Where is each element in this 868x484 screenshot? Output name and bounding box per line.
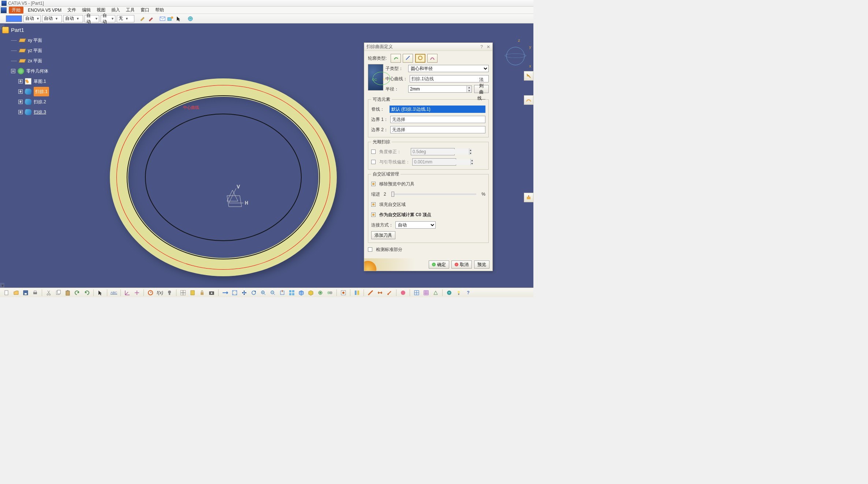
combo-6[interactable]: 无▼: [117, 15, 134, 22]
expand-icon[interactable]: +: [18, 89, 23, 94]
abc-icon[interactable]: ABC: [110, 289, 118, 296]
combo-2[interactable]: 自动▼: [42, 15, 62, 22]
color-swatch[interactable]: [6, 15, 22, 22]
swap-icon[interactable]: [326, 289, 334, 296]
light-icon[interactable]: [455, 289, 462, 296]
preview-button[interactable]: 预览: [474, 261, 489, 269]
setback-slider[interactable]: [391, 193, 477, 195]
tree-plane-yz[interactable]: yz 平面: [11, 45, 49, 56]
fly-icon[interactable]: [221, 289, 229, 296]
subtype-combo[interactable]: 圆心和半径: [408, 65, 489, 72]
update-icon[interactable]: [147, 289, 154, 296]
knowledge-icon[interactable]: [166, 289, 173, 296]
law-button[interactable]: 法则曲线...: [474, 85, 489, 93]
combo-1[interactable]: 自动▼: [23, 15, 41, 22]
save-icon[interactable]: [22, 289, 29, 296]
menu-start[interactable]: 开始: [9, 7, 23, 14]
spine-input[interactable]: 默认 (扫掠.1\边线.1): [390, 106, 485, 113]
undo-icon[interactable]: [74, 289, 81, 296]
measure-icon[interactable]: [367, 289, 374, 296]
rotate-icon[interactable]: [250, 289, 257, 296]
fx-icon[interactable]: f(x): [156, 289, 164, 296]
menu-help[interactable]: 帮助: [152, 6, 167, 14]
tree-sweep-3[interactable]: + 扫掠.3: [18, 107, 49, 117]
tree-sweep-1[interactable]: + 扫掠.1: [18, 86, 49, 97]
zoom-out-icon[interactable]: [269, 289, 276, 296]
expand-icon[interactable]: +: [18, 79, 23, 84]
right-tool-2[interactable]: [524, 95, 533, 105]
catalog-icon[interactable]: [189, 289, 196, 296]
tree-sweep-2[interactable]: + 扫掠.2: [18, 97, 49, 107]
profile-explicit-button[interactable]: [391, 54, 401, 63]
guide-deviation-checkbox[interactable]: [371, 160, 376, 164]
axis2-icon[interactable]: [133, 289, 141, 296]
dialog-titlebar[interactable]: 扫掠曲面定义 ? ✕: [364, 43, 492, 51]
tree-plane-zx[interactable]: zx 平面: [11, 56, 49, 66]
ok-button[interactable]: 确定: [429, 261, 449, 269]
measure2-icon[interactable]: [376, 289, 384, 296]
envelope-icon[interactable]: [159, 15, 166, 22]
boundary2-input[interactable]: 无选择: [390, 126, 485, 133]
pointer-icon[interactable]: [97, 289, 104, 296]
fill-twisted-checkbox[interactable]: [371, 202, 376, 207]
c0-vertices-checkbox[interactable]: [371, 213, 376, 217]
grid-icon[interactable]: [179, 289, 187, 296]
render-icon[interactable]: [446, 289, 453, 296]
profile-line-button[interactable]: [403, 54, 413, 63]
globe-icon[interactable]: [187, 15, 194, 22]
collapse-icon[interactable]: −: [11, 69, 15, 73]
profile-circle-button[interactable]: [415, 54, 425, 63]
vpm-icon[interactable]: [167, 15, 174, 22]
print-icon[interactable]: [31, 289, 39, 296]
right-tool-1[interactable]: [524, 71, 533, 81]
combo-4[interactable]: 自动▼: [85, 15, 99, 22]
iso-view-icon[interactable]: [298, 289, 305, 296]
pan-icon[interactable]: [241, 289, 248, 296]
menu-insert[interactable]: 插入: [108, 6, 123, 14]
views-grid2-icon[interactable]: [422, 289, 430, 296]
cancel-button[interactable]: 取消: [451, 261, 472, 269]
expand-icon[interactable]: +: [18, 110, 23, 114]
canonical-checkbox[interactable]: [368, 247, 372, 252]
profile-conic-button[interactable]: [427, 54, 437, 63]
normal-view-icon[interactable]: [279, 289, 286, 296]
menu-file[interactable]: 文件: [64, 6, 79, 14]
angle-correction-checkbox[interactable]: [371, 149, 376, 154]
new-icon[interactable]: [3, 289, 10, 296]
catalog2-icon[interactable]: [353, 289, 361, 296]
menu-tools[interactable]: 工具: [123, 6, 138, 14]
axis-icon[interactable]: [124, 289, 131, 296]
tree-sketch-1[interactable]: + 草图.1: [18, 76, 49, 86]
redo-icon[interactable]: [83, 289, 90, 296]
compass-3d[interactable]: y x z: [503, 40, 529, 73]
tree-body[interactable]: − 零件几何体: [11, 66, 49, 76]
paint-icon[interactable]: [139, 15, 146, 22]
help-icon[interactable]: ?: [480, 44, 483, 49]
views-grid-icon[interactable]: [413, 289, 420, 296]
open-icon[interactable]: [12, 289, 20, 296]
combo-3[interactable]: 自动▼: [63, 15, 83, 22]
boundary1-input[interactable]: 无选择: [390, 116, 485, 123]
center-curve-input[interactable]: 扫掠.1\边线: [410, 75, 489, 82]
hide-show-icon[interactable]: [317, 289, 324, 296]
wb-toggle-icon[interactable]: [340, 289, 347, 296]
radius-spinner[interactable]: ▲▼: [408, 85, 472, 93]
fit-all-icon[interactable]: [231, 289, 238, 296]
system-icon[interactable]: [1, 7, 7, 13]
shading-icon[interactable]: [307, 289, 314, 296]
what-icon[interactable]: ?: [465, 289, 472, 296]
close-icon[interactable]: ✕: [487, 44, 490, 49]
copy-icon[interactable]: [55, 289, 62, 296]
add-cutter-button[interactable]: 添加刀具: [371, 231, 395, 239]
combo-5[interactable]: 自动▼: [101, 15, 115, 22]
material-icon[interactable]: [399, 289, 407, 296]
expand-icon[interactable]: +: [18, 100, 23, 104]
cursor-icon[interactable]: [175, 15, 182, 22]
perspective-icon[interactable]: [432, 289, 439, 296]
brush-icon[interactable]: [148, 15, 154, 22]
capture-icon[interactable]: [208, 289, 215, 296]
menu-window[interactable]: 窗口: [138, 6, 152, 14]
multi-view-icon[interactable]: [288, 289, 295, 296]
remove-cutters-checkbox[interactable]: [371, 182, 376, 186]
menu-enovia[interactable]: ENOVIA V5 VPM: [25, 7, 64, 14]
